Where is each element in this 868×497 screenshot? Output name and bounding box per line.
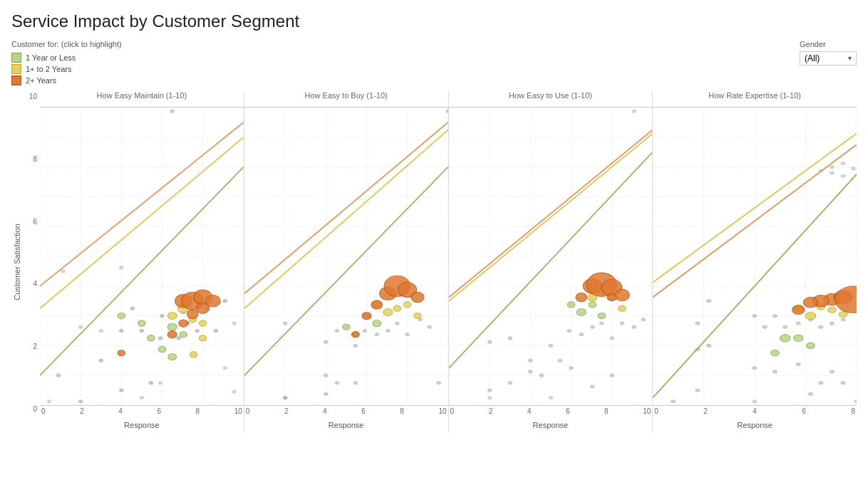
svg-point-148 bbox=[487, 388, 491, 392]
svg-point-179 bbox=[614, 289, 629, 301]
svg-point-125 bbox=[371, 300, 383, 310]
svg-point-95 bbox=[324, 340, 328, 344]
x-tick-m-0: 0 bbox=[41, 407, 46, 420]
svg-point-34 bbox=[158, 336, 162, 340]
svg-point-214 bbox=[830, 321, 835, 325]
svg-point-32 bbox=[78, 399, 83, 403]
svg-point-247 bbox=[818, 169, 823, 172]
x-tick-b-8: 8 bbox=[400, 407, 404, 420]
svg-point-226 bbox=[753, 399, 758, 403]
svg-point-93 bbox=[324, 392, 328, 396]
svg-point-208 bbox=[763, 325, 768, 329]
svg-point-233 bbox=[806, 312, 816, 319]
svg-point-110 bbox=[283, 396, 287, 399]
svg-point-223 bbox=[706, 299, 711, 303]
svg-point-207 bbox=[753, 314, 758, 318]
svg-point-112 bbox=[342, 324, 349, 330]
svg-line-17 bbox=[40, 167, 244, 376]
gender-select[interactable]: (All) Male Female bbox=[800, 51, 857, 66]
svg-point-28 bbox=[195, 329, 200, 333]
svg-point-244 bbox=[841, 162, 846, 165]
svg-point-204 bbox=[671, 399, 676, 403]
svg-line-147 bbox=[449, 130, 653, 297]
svg-point-229 bbox=[780, 335, 790, 342]
x-tick-e-2: 2 bbox=[703, 407, 708, 420]
chart-buy bbox=[244, 108, 449, 405]
x-label-buy: Response bbox=[329, 421, 364, 429]
svg-point-102 bbox=[395, 321, 399, 325]
legend-title: Customer for: (click to highlight) bbox=[11, 40, 122, 48]
svg-point-43 bbox=[167, 323, 177, 330]
svg-point-230 bbox=[794, 335, 803, 341]
chart-title-buy: How Easy to Buy (1-10) bbox=[244, 91, 448, 107]
svg-point-228 bbox=[771, 350, 779, 356]
svg-point-31 bbox=[223, 299, 227, 303]
svg-point-221 bbox=[841, 381, 846, 384]
x-tick-u-10: 10 bbox=[643, 407, 651, 420]
svg-point-68 bbox=[98, 329, 103, 333]
chart-expertise bbox=[653, 108, 857, 405]
x-tick-u-6: 6 bbox=[566, 407, 570, 420]
legend-label-2plus: 2+ Years bbox=[26, 76, 56, 85]
x-tick-e-4: 4 bbox=[753, 407, 757, 420]
x-tick-m-4: 4 bbox=[118, 407, 123, 420]
svg-point-157 bbox=[599, 321, 604, 325]
svg-point-62 bbox=[158, 381, 162, 384]
svg-point-127 bbox=[351, 332, 358, 338]
svg-point-21 bbox=[119, 329, 123, 333]
svg-point-166 bbox=[487, 340, 491, 344]
legend-label-2year: 1+ to 2 Years bbox=[26, 65, 72, 73]
svg-point-44 bbox=[138, 320, 145, 326]
svg-point-101 bbox=[386, 329, 390, 333]
svg-point-219 bbox=[818, 381, 823, 384]
svg-point-66 bbox=[47, 399, 51, 403]
svg-point-70 bbox=[78, 325, 83, 329]
legend-item-1year[interactable]: 1 Year or Less bbox=[11, 53, 122, 63]
x-tick-u-8: 8 bbox=[604, 407, 609, 420]
svg-point-57 bbox=[187, 310, 199, 319]
svg-point-205 bbox=[696, 321, 701, 325]
svg-point-159 bbox=[619, 321, 624, 325]
svg-point-63 bbox=[223, 366, 227, 370]
svg-point-175 bbox=[618, 305, 625, 311]
svg-point-152 bbox=[548, 344, 552, 347]
svg-point-222 bbox=[753, 366, 758, 370]
legend-item-2year[interactable]: 1+ to 2 Years bbox=[11, 64, 122, 74]
legend-item-2plus[interactable]: 2+ Years bbox=[11, 75, 122, 85]
y-axis-label: Customer Satisfaction bbox=[13, 224, 21, 300]
x-tick-b-4: 4 bbox=[323, 407, 327, 420]
gender-select-wrapper[interactable]: (All) Male Female bbox=[800, 51, 857, 66]
x-label-expertise: Response bbox=[737, 421, 773, 429]
svg-point-151 bbox=[539, 374, 543, 377]
svg-point-150 bbox=[528, 359, 532, 362]
svg-point-107 bbox=[353, 381, 357, 384]
svg-point-111 bbox=[445, 110, 448, 113]
svg-point-67 bbox=[232, 390, 237, 394]
svg-point-103 bbox=[405, 333, 409, 336]
svg-point-160 bbox=[631, 325, 636, 329]
svg-point-156 bbox=[590, 325, 594, 329]
svg-point-65 bbox=[61, 269, 65, 273]
svg-point-168 bbox=[567, 302, 574, 308]
chart-title-maintain: How Easy Maintain (1-10) bbox=[40, 91, 244, 107]
x-tick-m-2: 2 bbox=[80, 407, 84, 420]
svg-point-94 bbox=[334, 381, 339, 384]
svg-line-91 bbox=[244, 122, 448, 293]
svg-line-90 bbox=[244, 130, 448, 308]
svg-point-242 bbox=[792, 305, 805, 315]
svg-point-24 bbox=[98, 359, 103, 362]
svg-point-239 bbox=[835, 286, 857, 313]
svg-point-154 bbox=[567, 329, 571, 333]
page-title: Service Impact by Customer Segment bbox=[11, 11, 857, 31]
svg-point-246 bbox=[830, 171, 835, 174]
svg-line-145 bbox=[449, 152, 653, 368]
x-tick-m-6: 6 bbox=[157, 407, 161, 420]
svg-point-243 bbox=[830, 165, 835, 169]
svg-point-169 bbox=[577, 308, 586, 315]
svg-point-96 bbox=[334, 329, 339, 333]
svg-point-236 bbox=[839, 311, 847, 317]
svg-point-155 bbox=[579, 333, 583, 336]
svg-point-61 bbox=[140, 396, 144, 399]
svg-point-171 bbox=[598, 313, 605, 318]
x-tick-e-8: 8 bbox=[851, 407, 855, 420]
